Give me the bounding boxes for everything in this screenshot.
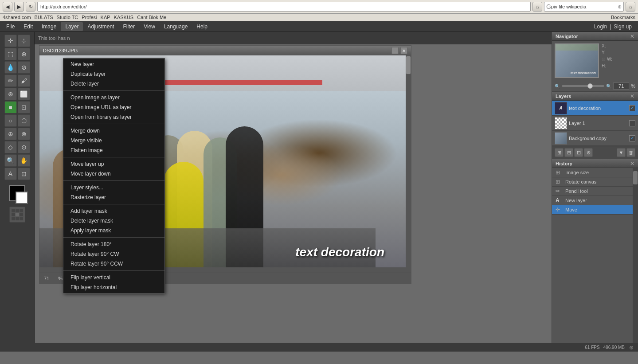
menu-merge-visible[interactable]: Merge visible bbox=[63, 136, 164, 145]
menu-rasterize[interactable]: Rasterize layer bbox=[63, 192, 164, 202]
menu-delete-layer[interactable]: Delete layer bbox=[63, 79, 164, 89]
clone-tool[interactable]: ⊛ bbox=[4, 88, 17, 100]
history-label-newlayer: New layer bbox=[565, 198, 587, 203]
menu-layer[interactable]: Layer bbox=[61, 22, 83, 31]
menu-image[interactable]: Image bbox=[37, 22, 61, 31]
bookmark-bulats[interactable]: BULATS bbox=[35, 15, 53, 20]
layer-visibility-bgcopy[interactable] bbox=[629, 135, 635, 141]
eyedropper-tool[interactable]: 💧 bbox=[4, 61, 17, 74]
zoom-tool[interactable]: 🔍 bbox=[4, 154, 17, 167]
canvas-close[interactable]: ✕ bbox=[400, 47, 407, 54]
history-close[interactable]: ✕ bbox=[630, 160, 634, 167]
signup-link[interactable]: Sign up bbox=[614, 23, 632, 30]
vertical-scrollbar[interactable] bbox=[406, 55, 411, 273]
back-button[interactable]: ◀ bbox=[3, 2, 12, 12]
bookmark-kap[interactable]: KAP bbox=[101, 15, 110, 20]
menu-merge-down[interactable]: Merge down bbox=[63, 126, 164, 136]
forward-button[interactable]: ▶ bbox=[14, 2, 24, 12]
sharpen-tool[interactable]: ◇ bbox=[4, 141, 17, 153]
blur-tool[interactable]: ⬡ bbox=[18, 114, 30, 127]
layers-close[interactable]: ✕ bbox=[630, 93, 634, 99]
url-bar[interactable] bbox=[37, 2, 531, 12]
layers-btn-4[interactable]: ⊗ bbox=[584, 148, 593, 157]
fill-tool[interactable]: ■ bbox=[4, 101, 17, 114]
navigator-close[interactable]: ✕ bbox=[630, 33, 634, 39]
move-tool[interactable]: ✛ bbox=[4, 35, 17, 47]
layer-item-layer1[interactable]: Layer 1 bbox=[552, 116, 638, 131]
type-tool[interactable]: A bbox=[4, 168, 17, 180]
heal-tool[interactable]: ⊘ bbox=[18, 61, 30, 74]
background-color[interactable] bbox=[16, 192, 28, 204]
login-link[interactable]: Login bbox=[594, 23, 607, 30]
layer-item-bgcopy[interactable]: Background copy bbox=[552, 131, 638, 146]
gradient-tool[interactable]: ⊡ bbox=[18, 101, 30, 114]
menu-rotate-180[interactable]: Rotate layer 180° bbox=[63, 239, 164, 249]
menu-delete-mask[interactable]: Delete layer mask bbox=[63, 216, 164, 226]
menu-layer-styles[interactable]: Layer styles... bbox=[63, 183, 164, 192]
menu-language[interactable]: Language bbox=[160, 22, 192, 31]
bookmark-kaskus[interactable]: KASKUS bbox=[114, 15, 134, 20]
menu-open-url-layer[interactable]: Open image URL as layer bbox=[63, 102, 164, 112]
layers-btn-2[interactable]: ⊟ bbox=[564, 148, 573, 157]
bookmark-4shared[interactable]: 4shared.com bbox=[3, 15, 31, 20]
menu-new-layer[interactable]: New layer bbox=[63, 59, 164, 69]
dodge-tool[interactable]: ○ bbox=[4, 114, 17, 127]
menu-adjustment[interactable]: Adjustment bbox=[83, 22, 118, 31]
history-rotate-canvas[interactable]: ⊞ Rotate canvas bbox=[552, 177, 638, 187]
layers-btn-3[interactable]: ⊡ bbox=[574, 148, 583, 157]
sponge-tool[interactable]: ⊙ bbox=[18, 141, 30, 153]
menu-move-down[interactable]: Move layer down bbox=[63, 169, 164, 179]
layer-visibility-text[interactable] bbox=[629, 105, 635, 111]
zoom-input[interactable] bbox=[613, 82, 629, 90]
menu-open-image-layer[interactable]: Open image as layer bbox=[63, 93, 164, 102]
magic-wand-tool[interactable]: ⊕ bbox=[18, 48, 30, 60]
reload-button[interactable]: ↻ bbox=[26, 2, 35, 12]
home-button[interactable]: ⌂ bbox=[532, 2, 542, 12]
lasso-tool[interactable]: ⬚ bbox=[4, 48, 17, 60]
menu-file[interactable]: File bbox=[2, 22, 19, 31]
menu-open-library-layer[interactable]: Open from library as layer bbox=[63, 112, 164, 122]
menu-help[interactable]: Help bbox=[192, 22, 212, 31]
menu-view[interactable]: View bbox=[139, 22, 160, 31]
home-button2[interactable]: ⌂ bbox=[626, 2, 635, 12]
smudge-tool[interactable]: ⊕ bbox=[4, 128, 17, 140]
menu-add-mask[interactable]: Add layer mask bbox=[63, 206, 164, 216]
search-button[interactable]: ⊕ bbox=[618, 4, 622, 10]
history-image-size[interactable]: ⊞ Image size bbox=[552, 168, 638, 177]
layers-btn-delete[interactable]: 🗑 bbox=[626, 148, 635, 157]
slider-thumb[interactable] bbox=[587, 83, 593, 89]
brush-tool[interactable]: 🖌 bbox=[18, 74, 30, 87]
menu-flip-vertical[interactable]: Flip layer vertical bbox=[63, 273, 164, 282]
crop-tool[interactable]: ⊡ bbox=[18, 168, 30, 180]
layers-btn-expand[interactable]: ▼ bbox=[617, 148, 626, 157]
menu-apply-mask[interactable]: Apply layer mask bbox=[63, 226, 164, 235]
menu-duplicate-layer[interactable]: Duplicate layer bbox=[63, 69, 164, 79]
layer-visibility-layer1[interactable] bbox=[629, 120, 635, 126]
slider-track[interactable] bbox=[562, 85, 604, 87]
menu-rotate-90ccw[interactable]: Rotate layer 90° CCW bbox=[63, 259, 164, 269]
layers-btn-1[interactable]: ⊞ bbox=[555, 148, 564, 157]
history-pencil-tool[interactable]: ✏ Pencil tool bbox=[552, 187, 638, 196]
nav-zoom-slider[interactable]: 🔍 🔍 % bbox=[552, 81, 638, 91]
bookmark-studiotc[interactable]: Studio TC bbox=[57, 15, 78, 20]
eraser-tool[interactable]: ⬜ bbox=[18, 88, 30, 100]
burn-tool[interactable]: ⊗ bbox=[18, 128, 30, 140]
hand-tool[interactable]: ✋ bbox=[18, 154, 30, 167]
bookmark-cantblokme[interactable]: Cant Blok Me bbox=[137, 15, 166, 20]
canvas-minimize[interactable]: _ bbox=[391, 47, 399, 54]
bookmark-profesi[interactable]: Profesi bbox=[82, 15, 97, 20]
layer-item-text-decoration[interactable]: A text decoration bbox=[552, 101, 638, 116]
menu-edit[interactable]: Edit bbox=[19, 22, 37, 31]
search-input[interactable] bbox=[551, 4, 618, 9]
menu-flatten-image[interactable]: Flatten image bbox=[63, 145, 164, 155]
foreground-color[interactable] bbox=[9, 185, 25, 201]
history-scrollbar[interactable] bbox=[633, 168, 638, 351]
menu-move-up[interactable]: Move layer up bbox=[63, 159, 164, 169]
menu-flip-horizontal[interactable]: Flip layer horizontal bbox=[63, 282, 164, 292]
menu-rotate-90cw[interactable]: Rotate layer 90° CW bbox=[63, 249, 164, 259]
pencil-tool[interactable]: ✏ bbox=[4, 74, 17, 87]
history-new-layer[interactable]: A New layer bbox=[552, 196, 638, 205]
marquee-tool[interactable]: ⊹ bbox=[18, 35, 30, 47]
history-move[interactable]: ✛ Move bbox=[552, 205, 638, 215]
menu-filter[interactable]: Filter bbox=[118, 22, 139, 31]
